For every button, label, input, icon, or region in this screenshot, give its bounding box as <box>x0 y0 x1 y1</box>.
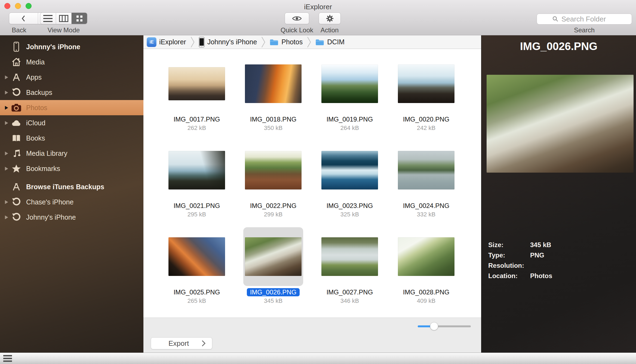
grid-view-icon <box>76 15 82 21</box>
file-name: IMG_0025.PNG <box>170 288 223 296</box>
status-bar <box>0 353 636 364</box>
thumbnail-selection-box <box>243 54 303 113</box>
quick-look-button[interactable] <box>285 13 309 24</box>
file-item-img-0023-png[interactable]: IMG_0023.PNG 325 kB <box>320 141 380 218</box>
camera-icon <box>10 103 22 112</box>
photo-thumbnail[interactable] <box>168 151 225 189</box>
file-item-img-0025-png[interactable]: IMG_0025.PNG 265 kB <box>167 227 227 304</box>
disclosure-triangle-icon[interactable] <box>3 90 10 95</box>
sidebar-item-johnny-s-iphone[interactable]: Johnny's iPhone <box>0 39 143 54</box>
photo-thumbnail[interactable] <box>321 151 378 189</box>
disclosure-triangle-icon[interactable] <box>3 200 10 204</box>
file-item-img-0017-png[interactable]: IMG_0017.PNG 262 kB <box>167 54 227 132</box>
thumbnail-selection-box <box>167 227 227 286</box>
breadcrumb-item-dcim[interactable]: DCIM <box>315 38 345 46</box>
column-view-button[interactable] <box>56 13 72 24</box>
sidebar-item-johnny-s-iphone[interactable]: Johnny's iPhone <box>0 210 143 225</box>
photo-thumbnail[interactable] <box>398 151 454 189</box>
inspector-panel: IMG_0026.PNG Size: 345 kB Type: PNG Reso… <box>481 35 636 353</box>
photo-thumbnail[interactable] <box>245 151 302 189</box>
breadcrumb-separator-icon <box>261 36 266 48</box>
photo-thumbnail[interactable] <box>168 67 225 100</box>
back-label: Back <box>12 26 26 34</box>
detail-row-size: Size: 345 kB <box>488 240 631 250</box>
breadcrumb-item-photos[interactable]: Photos <box>269 38 303 46</box>
thumbnail-selection-box <box>243 141 303 200</box>
file-item-img-0026-png[interactable]: IMG_0026.PNG 345 kB <box>243 227 303 304</box>
sidebar-item-chase-s-iphone[interactable]: Chase's iPhone <box>0 194 143 210</box>
breadcrumb-item-johnny-s-iphone[interactable]: Johnny's iPhone <box>199 37 257 48</box>
disclosure-triangle-icon[interactable] <box>3 75 10 80</box>
breadcrumb-separator-icon <box>191 36 195 48</box>
thumbnail-selection-box <box>167 141 227 200</box>
file-name: IMG_0028.PNG <box>400 288 453 296</box>
list-view-button[interactable] <box>40 13 56 24</box>
menu-icon[interactable] <box>3 355 12 362</box>
search-field[interactable] <box>537 14 632 24</box>
file-item-img-0020-png[interactable]: IMG_0020.PNG 242 kB <box>396 54 456 132</box>
breadcrumb-item-iexplorer[interactable]: iEiExplorer <box>147 37 186 47</box>
inspector-file-title: IMG_0026.PNG <box>481 40 636 52</box>
detail-row-resolution: Resolution: <box>488 260 631 271</box>
file-name: IMG_0019.PNG <box>323 115 376 123</box>
sidebar-item-browse-itunes-backups[interactable]: Browse iTunes Backups <box>0 179 143 194</box>
sidebar-item-photos[interactable]: Photos <box>0 100 143 115</box>
disclosure-triangle-icon[interactable] <box>3 121 10 125</box>
pane-footer: Export <box>143 318 481 353</box>
grid-view-button[interactable] <box>71 13 87 24</box>
sidebar-item-books[interactable]: Books <box>0 130 143 146</box>
export-button[interactable]: Export <box>151 337 212 349</box>
thumbnail-selection-box <box>396 227 456 286</box>
photo-thumbnail[interactable] <box>321 237 378 276</box>
file-item-img-0024-png[interactable]: IMG_0024.PNG 332 kB <box>396 141 456 218</box>
file-item-img-0022-png[interactable]: IMG_0022.PNG 299 kB <box>243 141 303 218</box>
disclosure-triangle-icon[interactable] <box>3 151 10 156</box>
file-item-img-0019-png[interactable]: IMG_0019.PNG 264 kB <box>320 54 380 132</box>
photo-thumbnail[interactable] <box>398 237 454 276</box>
file-item-img-0021-png[interactable]: IMG_0021.PNG 295 kB <box>167 141 227 218</box>
search-icon <box>552 16 559 22</box>
view-mode-control <box>40 13 87 24</box>
sidebar-item-apps[interactable]: Apps <box>0 70 143 85</box>
photo-thumbnail[interactable] <box>245 64 302 103</box>
thumbnail-zoom-slider[interactable] <box>418 325 471 327</box>
restore-icon <box>10 197 22 207</box>
folder-icon <box>315 38 324 46</box>
action-button[interactable] <box>319 13 341 24</box>
iphone-device-icon <box>199 37 205 48</box>
search-input[interactable] <box>561 15 616 24</box>
sidebar-item-bookmarks[interactable]: Bookmarks <box>0 161 143 176</box>
disclosure-triangle-icon[interactable] <box>3 215 10 220</box>
thumbnail-selection-box <box>320 227 380 286</box>
slider-thumb[interactable] <box>430 322 438 330</box>
sidebar-item-backups[interactable]: Backups <box>0 85 143 100</box>
file-size: 242 kB <box>417 125 436 132</box>
appstore-icon <box>10 182 22 191</box>
photo-thumbnail[interactable] <box>168 237 225 276</box>
restore-icon <box>10 88 22 97</box>
file-name: IMG_0020.PNG <box>400 115 453 123</box>
file-item-img-0027-png[interactable]: IMG_0027.PNG 346 kB <box>320 227 380 304</box>
file-item-img-0018-png[interactable]: IMG_0018.PNG 350 kB <box>243 54 303 132</box>
cloud-icon <box>10 119 22 127</box>
app-window: iExplorer Back View Mode Quick Look <box>0 0 636 364</box>
sidebar-item-media-library[interactable]: Media Library <box>0 146 143 161</box>
sidebar-item-media[interactable]: Media <box>0 54 143 70</box>
thumbnail-selection-box <box>320 141 380 200</box>
file-item-img-0028-png[interactable]: IMG_0028.PNG 409 kB <box>396 227 456 304</box>
back-button[interactable] <box>9 13 38 24</box>
disclosure-triangle-icon[interactable] <box>3 105 10 110</box>
file-name: IMG_0017.PNG <box>170 115 223 123</box>
home-icon <box>10 57 22 67</box>
disclosure-triangle-icon[interactable] <box>3 166 10 171</box>
quick-look-label: Quick Look <box>281 26 313 34</box>
photo-thumbnail[interactable] <box>398 64 454 103</box>
file-size: 345 kB <box>264 297 283 304</box>
sidebar-item-icloud[interactable]: iCloud <box>0 115 143 130</box>
inspector-preview-image <box>487 75 634 173</box>
photo-thumbnail[interactable] <box>321 64 378 103</box>
toolbar: iExplorer Back View Mode Quick Look <box>0 0 636 35</box>
photo-thumbnail[interactable] <box>245 237 302 276</box>
inspector-details: Size: 345 kB Type: PNG Resolution: Locat… <box>488 240 631 281</box>
folder-icon <box>269 38 279 46</box>
